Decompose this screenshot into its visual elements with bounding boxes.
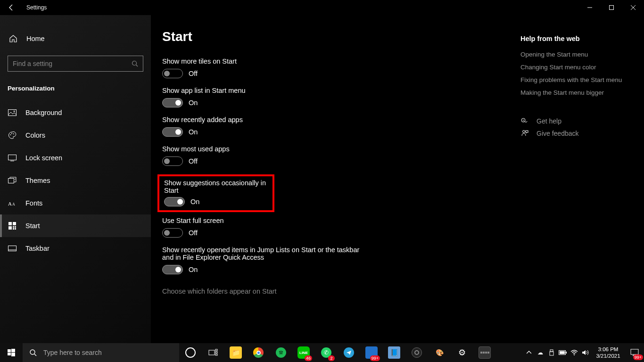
badge: 2 bbox=[328, 355, 335, 361]
tray-overflow[interactable] bbox=[523, 343, 535, 362]
page-title: Start bbox=[162, 29, 520, 44]
svg-rect-14 bbox=[8, 222, 12, 225]
toggle-value: On bbox=[189, 128, 198, 136]
svg-rect-41 bbox=[560, 351, 565, 354]
taskbar-app-settings[interactable]: ⚙ bbox=[451, 343, 473, 362]
action-center-button[interactable]: 99+ bbox=[625, 343, 644, 362]
home-button[interactable]: Home bbox=[0, 28, 151, 49]
taskbar-app-chrome[interactable] bbox=[247, 343, 270, 362]
toggle-more-tiles[interactable] bbox=[162, 69, 183, 78]
svg-point-7 bbox=[11, 133, 12, 134]
get-help-link[interactable]: ? Get help bbox=[520, 117, 643, 125]
search-input[interactable]: Find a setting bbox=[8, 56, 143, 72]
usb-icon[interactable] bbox=[546, 343, 557, 362]
taskbar-app-spotify[interactable] bbox=[270, 343, 292, 362]
help-link-bigger-start[interactable]: Making the Start menu bigger bbox=[520, 89, 643, 96]
main-content: Start Show more tiles on Start Off Show … bbox=[151, 15, 644, 343]
sidebar-item-taskbar[interactable]: Taskbar bbox=[0, 237, 151, 260]
svg-rect-37 bbox=[550, 350, 553, 352]
give-feedback-link[interactable]: Give feedback bbox=[520, 129, 643, 138]
svg-line-32 bbox=[34, 354, 36, 356]
taskbar-app-telegram[interactable] bbox=[338, 343, 360, 362]
setting-full-screen: Use Start full screen Off bbox=[162, 217, 520, 238]
choose-folders-link[interactable]: Choose which folders appear on Start bbox=[162, 288, 277, 295]
close-button[interactable] bbox=[622, 0, 644, 15]
taskbar-app-whatsapp[interactable]: ✆2 bbox=[315, 343, 338, 362]
minimize-button[interactable] bbox=[579, 0, 601, 15]
svg-rect-33 bbox=[209, 350, 215, 355]
svg-point-8 bbox=[13, 133, 14, 134]
clock-time: 3:06 PM bbox=[591, 346, 625, 353]
taskbar-app-obs[interactable] bbox=[405, 343, 428, 362]
svg-rect-34 bbox=[215, 349, 217, 351]
taskbar-app-calculator[interactable] bbox=[473, 343, 496, 362]
sidebar-item-background[interactable]: Background bbox=[0, 101, 151, 124]
svg-rect-16 bbox=[8, 226, 12, 230]
wifi-icon[interactable] bbox=[569, 343, 580, 362]
setting-more-tiles: Show more tiles on Start Off bbox=[162, 58, 520, 78]
svg-rect-21 bbox=[8, 246, 17, 251]
svg-rect-43 bbox=[631, 349, 638, 354]
onedrive-icon[interactable]: ☁ bbox=[535, 343, 546, 362]
svg-point-25 bbox=[523, 131, 525, 133]
sidebar-item-label: Colors bbox=[25, 132, 45, 139]
maximize-button[interactable] bbox=[601, 0, 622, 15]
svg-rect-35 bbox=[215, 352, 217, 353]
toggle-value: On bbox=[189, 99, 198, 107]
cortana-button[interactable] bbox=[179, 343, 202, 362]
setting-label: Use Start full screen bbox=[162, 217, 520, 224]
toggle-app-list[interactable] bbox=[162, 98, 183, 107]
setting-app-list: Show app list in Start menu On bbox=[162, 87, 520, 107]
toggle-recent-apps[interactable] bbox=[162, 127, 183, 137]
feedback-label: Give feedback bbox=[537, 130, 579, 137]
home-label: Home bbox=[26, 35, 45, 42]
taskbar-app-explorer[interactable]: 📁 bbox=[224, 343, 247, 362]
picture-icon bbox=[8, 109, 17, 116]
toggle-value: On bbox=[190, 198, 199, 206]
feedback-icon bbox=[520, 129, 529, 138]
help-link-open-start[interactable]: Opening the Start menu bbox=[520, 51, 643, 58]
sidebar-item-lock-screen[interactable]: Lock screen bbox=[0, 147, 151, 169]
svg-text:A: A bbox=[8, 201, 12, 206]
toggle-jump-lists[interactable] bbox=[162, 265, 183, 274]
get-help-label: Get help bbox=[537, 117, 561, 125]
taskbar-app-line[interactable]: LINE46 bbox=[292, 343, 315, 362]
svg-rect-30 bbox=[11, 353, 15, 356]
back-button[interactable] bbox=[0, 0, 23, 15]
start-button[interactable] bbox=[0, 343, 23, 362]
badge: 99+ bbox=[633, 354, 643, 360]
taskbar-app-generic[interactable]: 99+ bbox=[360, 343, 383, 362]
help-link-fix-start[interactable]: Fixing problems with the Start menu bbox=[520, 76, 643, 83]
toggle-most-used[interactable] bbox=[162, 156, 183, 166]
sidebar-item-label: Start bbox=[25, 222, 40, 230]
taskbar-app-paint[interactable]: 🎨 bbox=[428, 343, 451, 362]
taskbar-clock[interactable]: 3:06 PM 3/21/2021 bbox=[591, 346, 625, 359]
volume-icon[interactable] bbox=[580, 343, 591, 362]
system-tray: ☁ 3:06 PM 3/21/2021 99+ bbox=[523, 343, 644, 362]
sidebar-item-label: Fonts bbox=[25, 199, 42, 207]
taskbar-app-notes[interactable]: 📘 bbox=[383, 343, 405, 362]
svg-rect-38 bbox=[550, 352, 553, 355]
sidebar-item-label: Themes bbox=[25, 177, 50, 184]
sidebar-item-colors[interactable]: Colors bbox=[0, 124, 151, 147]
toggle-value: Off bbox=[189, 229, 198, 237]
gear-icon: ⚙ bbox=[458, 347, 466, 358]
toggle-value: Off bbox=[189, 157, 198, 165]
taskbar-search[interactable]: Type here to search bbox=[23, 343, 179, 362]
setting-suggestions: Show suggestions occasionally in Start O… bbox=[164, 179, 268, 206]
sidebar-item-fonts[interactable]: AA Fonts bbox=[0, 192, 151, 214]
themes-icon bbox=[8, 177, 17, 184]
task-view-button[interactable] bbox=[202, 343, 224, 362]
toggle-suggestions[interactable] bbox=[164, 197, 185, 206]
titlebar: Settings bbox=[0, 0, 644, 15]
setting-recent-apps: Show recently added apps On bbox=[162, 116, 520, 137]
setting-label: Show recently added apps bbox=[162, 116, 520, 123]
toggle-value: Off bbox=[189, 70, 198, 77]
sidebar-item-themes[interactable]: Themes bbox=[0, 169, 151, 192]
category-header: Personalization bbox=[0, 72, 151, 101]
help-link-change-color[interactable]: Changing Start menu color bbox=[520, 64, 643, 71]
svg-point-6 bbox=[10, 134, 11, 135]
toggle-full-screen[interactable] bbox=[162, 228, 183, 238]
sidebar-item-start[interactable]: Start bbox=[0, 214, 151, 237]
battery-icon[interactable] bbox=[557, 343, 569, 362]
